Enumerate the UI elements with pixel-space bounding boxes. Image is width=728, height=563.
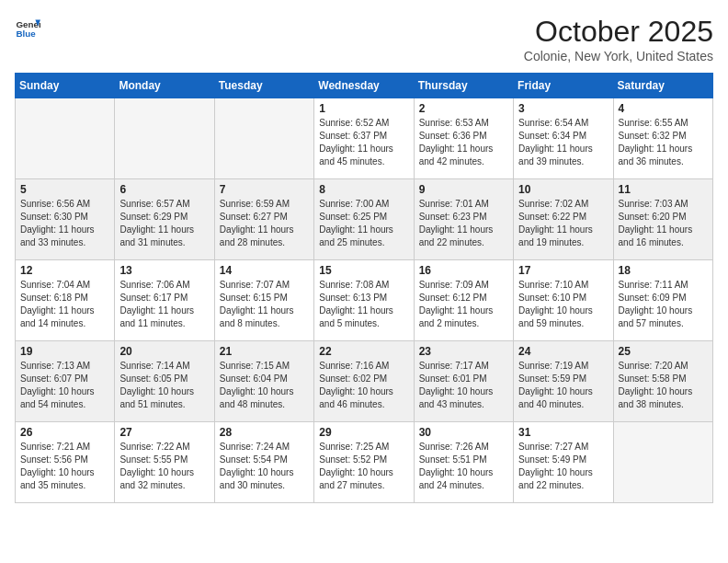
calendar-cell: 12Sunrise: 7:04 AM Sunset: 6:18 PM Dayli… [16, 260, 115, 341]
calendar-cell: 3Sunrise: 6:54 AM Sunset: 6:34 PM Daylig… [514, 98, 613, 179]
day-number: 8 [319, 183, 408, 196]
page-header: General Blue October 2025 Colonie, New Y… [15, 15, 713, 63]
day-info: Sunrise: 6:54 AM Sunset: 6:34 PM Dayligh… [518, 117, 608, 168]
calendar-cell: 28Sunrise: 7:24 AM Sunset: 5:54 PM Dayli… [214, 422, 313, 503]
day-info: Sunrise: 7:10 AM Sunset: 6:10 PM Dayligh… [518, 279, 608, 330]
day-number: 7 [220, 183, 309, 196]
day-number: 16 [419, 264, 508, 277]
day-number: 27 [119, 426, 209, 439]
day-info: Sunrise: 7:20 AM Sunset: 5:58 PM Dayligh… [619, 360, 708, 411]
day-number: 28 [220, 426, 309, 439]
calendar-cell: 16Sunrise: 7:09 AM Sunset: 6:12 PM Dayli… [414, 260, 513, 341]
logo: General Blue [15, 15, 40, 40]
day-info: Sunrise: 7:15 AM Sunset: 6:04 PM Dayligh… [220, 360, 309, 411]
calendar-cell: 27Sunrise: 7:22 AM Sunset: 5:55 PM Dayli… [115, 422, 214, 503]
day-info: Sunrise: 7:13 AM Sunset: 6:07 PM Dayligh… [20, 360, 109, 411]
day-info: Sunrise: 6:56 AM Sunset: 6:30 PM Dayligh… [20, 198, 109, 249]
day-number: 14 [220, 264, 309, 277]
calendar-cell [115, 98, 214, 179]
calendar-cell: 30Sunrise: 7:26 AM Sunset: 5:51 PM Dayli… [414, 422, 513, 503]
day-number: 5 [20, 183, 109, 196]
day-info: Sunrise: 7:25 AM Sunset: 5:52 PM Dayligh… [319, 441, 408, 492]
calendar-cell: 18Sunrise: 7:11 AM Sunset: 6:09 PM Dayli… [613, 260, 712, 341]
day-info: Sunrise: 7:03 AM Sunset: 6:20 PM Dayligh… [619, 198, 708, 249]
calendar-cell: 2Sunrise: 6:53 AM Sunset: 6:36 PM Daylig… [414, 98, 513, 179]
day-info: Sunrise: 7:19 AM Sunset: 5:59 PM Dayligh… [518, 360, 608, 411]
day-info: Sunrise: 6:52 AM Sunset: 6:37 PM Dayligh… [319, 117, 408, 168]
day-info: Sunrise: 7:09 AM Sunset: 6:12 PM Dayligh… [419, 279, 508, 330]
calendar-cell: 8Sunrise: 7:00 AM Sunset: 6:25 PM Daylig… [314, 179, 414, 260]
day-number: 24 [518, 345, 608, 358]
calendar-cell: 11Sunrise: 7:03 AM Sunset: 6:20 PM Dayli… [613, 179, 712, 260]
calendar-cell: 20Sunrise: 7:14 AM Sunset: 6:05 PM Dayli… [115, 341, 214, 422]
calendar-week-row: 19Sunrise: 7:13 AM Sunset: 6:07 PM Dayli… [16, 341, 713, 422]
calendar-cell: 21Sunrise: 7:15 AM Sunset: 6:04 PM Dayli… [214, 341, 313, 422]
day-info: Sunrise: 6:59 AM Sunset: 6:27 PM Dayligh… [220, 198, 309, 249]
calendar-cell: 29Sunrise: 7:25 AM Sunset: 5:52 PM Dayli… [314, 422, 414, 503]
calendar-cell: 19Sunrise: 7:13 AM Sunset: 6:07 PM Dayli… [16, 341, 115, 422]
day-info: Sunrise: 7:17 AM Sunset: 6:01 PM Dayligh… [419, 360, 508, 411]
day-number: 10 [518, 183, 608, 196]
day-number: 17 [518, 264, 608, 277]
calendar-cell: 4Sunrise: 6:55 AM Sunset: 6:32 PM Daylig… [613, 98, 712, 179]
calendar-cell: 14Sunrise: 7:07 AM Sunset: 6:15 PM Dayli… [214, 260, 313, 341]
day-info: Sunrise: 7:02 AM Sunset: 6:22 PM Dayligh… [518, 198, 608, 249]
calendar-cell: 15Sunrise: 7:08 AM Sunset: 6:13 PM Dayli… [314, 260, 414, 341]
day-info: Sunrise: 7:11 AM Sunset: 6:09 PM Dayligh… [619, 279, 708, 330]
calendar-cell: 31Sunrise: 7:27 AM Sunset: 5:49 PM Dayli… [514, 422, 613, 503]
calendar-cell: 9Sunrise: 7:01 AM Sunset: 6:23 PM Daylig… [414, 179, 513, 260]
day-number: 19 [20, 345, 109, 358]
day-info: Sunrise: 7:06 AM Sunset: 6:17 PM Dayligh… [119, 279, 209, 330]
weekday-header-sunday: Sunday [16, 74, 115, 98]
day-info: Sunrise: 7:21 AM Sunset: 5:56 PM Dayligh… [20, 441, 109, 492]
calendar-cell: 10Sunrise: 7:02 AM Sunset: 6:22 PM Dayli… [514, 179, 613, 260]
calendar-cell: 25Sunrise: 7:20 AM Sunset: 5:58 PM Dayli… [613, 341, 712, 422]
calendar-week-row: 1Sunrise: 6:52 AM Sunset: 6:37 PM Daylig… [16, 98, 713, 179]
day-info: Sunrise: 7:00 AM Sunset: 6:25 PM Dayligh… [319, 198, 408, 249]
calendar-cell: 7Sunrise: 6:59 AM Sunset: 6:27 PM Daylig… [214, 179, 313, 260]
calendar-cell: 22Sunrise: 7:16 AM Sunset: 6:02 PM Dayli… [314, 341, 414, 422]
calendar-cell: 13Sunrise: 7:06 AM Sunset: 6:17 PM Dayli… [115, 260, 214, 341]
day-info: Sunrise: 7:27 AM Sunset: 5:49 PM Dayligh… [518, 441, 608, 492]
day-number: 20 [119, 345, 209, 358]
weekday-header-saturday: Saturday [613, 74, 712, 98]
weekday-header-wednesday: Wednesday [314, 74, 414, 98]
weekday-header-tuesday: Tuesday [214, 74, 313, 98]
day-number: 9 [419, 183, 508, 196]
day-info: Sunrise: 7:08 AM Sunset: 6:13 PM Dayligh… [319, 279, 408, 330]
day-info: Sunrise: 7:01 AM Sunset: 6:23 PM Dayligh… [419, 198, 508, 249]
calendar-week-row: 12Sunrise: 7:04 AM Sunset: 6:18 PM Dayli… [16, 260, 713, 341]
day-info: Sunrise: 7:04 AM Sunset: 6:18 PM Dayligh… [20, 279, 109, 330]
day-info: Sunrise: 7:07 AM Sunset: 6:15 PM Dayligh… [220, 279, 309, 330]
calendar-cell: 6Sunrise: 6:57 AM Sunset: 6:29 PM Daylig… [115, 179, 214, 260]
calendar: SundayMondayTuesdayWednesdayThursdayFrid… [15, 73, 713, 503]
month-title: October 2025 [524, 15, 713, 49]
day-number: 22 [319, 345, 408, 358]
logo-icon: General Blue [15, 15, 40, 40]
day-number: 30 [419, 426, 508, 439]
day-number: 1 [319, 102, 408, 115]
day-number: 13 [119, 264, 209, 277]
day-number: 31 [518, 426, 608, 439]
day-number: 3 [518, 102, 608, 115]
calendar-cell: 23Sunrise: 7:17 AM Sunset: 6:01 PM Dayli… [414, 341, 513, 422]
calendar-cell: 1Sunrise: 6:52 AM Sunset: 6:37 PM Daylig… [314, 98, 414, 179]
calendar-cell [214, 98, 313, 179]
weekday-header-friday: Friday [514, 74, 613, 98]
day-info: Sunrise: 7:16 AM Sunset: 6:02 PM Dayligh… [319, 360, 408, 411]
day-number: 6 [119, 183, 209, 196]
day-number: 18 [619, 264, 708, 277]
day-number: 15 [319, 264, 408, 277]
svg-text:Blue: Blue [16, 29, 36, 39]
day-info: Sunrise: 6:55 AM Sunset: 6:32 PM Dayligh… [619, 117, 708, 168]
calendar-cell [16, 98, 115, 179]
weekday-header-monday: Monday [115, 74, 214, 98]
day-number: 29 [319, 426, 408, 439]
day-info: Sunrise: 6:53 AM Sunset: 6:36 PM Dayligh… [419, 117, 508, 168]
day-number: 2 [419, 102, 508, 115]
day-number: 11 [619, 183, 708, 196]
day-info: Sunrise: 7:26 AM Sunset: 5:51 PM Dayligh… [419, 441, 508, 492]
day-number: 23 [419, 345, 508, 358]
calendar-cell: 17Sunrise: 7:10 AM Sunset: 6:10 PM Dayli… [514, 260, 613, 341]
calendar-week-row: 26Sunrise: 7:21 AM Sunset: 5:56 PM Dayli… [16, 422, 713, 503]
